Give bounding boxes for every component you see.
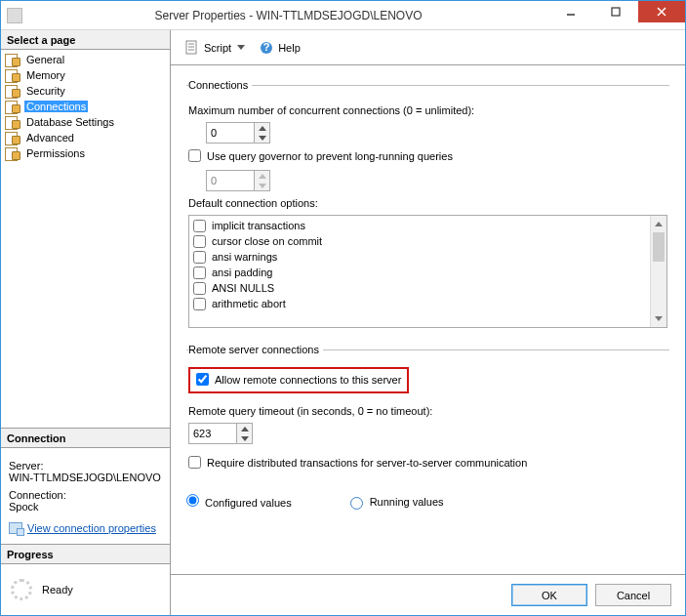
list-item[interactable]: arithmetic abort <box>193 296 646 311</box>
svg-marker-11 <box>259 136 266 141</box>
governor-cost-stepper <box>206 170 270 191</box>
spin-up-icon[interactable] <box>255 123 269 133</box>
progress-status: Ready <box>42 584 73 595</box>
connections-legend: Connections <box>188 79 252 91</box>
minimize-button[interactable] <box>548 1 593 22</box>
help-button[interactable]: ? Help <box>255 38 304 58</box>
governor-cost-input <box>207 171 254 190</box>
close-button[interactable] <box>638 1 685 22</box>
spin-up-icon[interactable] <box>237 424 252 433</box>
max-connections-stepper[interactable] <box>206 122 270 144</box>
page-item-database-settings[interactable]: Database Settings <box>1 114 170 130</box>
max-connections-input[interactable] <box>207 123 254 143</box>
list-item[interactable]: ANSI NULLS <box>193 280 646 296</box>
connection-label: Connection: <box>9 489 162 501</box>
scroll-thumb[interactable] <box>653 232 665 262</box>
remote-timeout-label: Remote query timeout (in seconds, 0 = no… <box>188 405 667 417</box>
toolbar: Script ? Help <box>171 30 685 65</box>
titlebar: Server Properties - WIN-TTLMDSEJOGD\LENO… <box>1 1 685 30</box>
page-icon <box>5 131 20 144</box>
spin-down-icon <box>255 181 269 190</box>
dialog-footer: OK Cancel <box>171 574 685 615</box>
remote-timeout-stepper[interactable] <box>188 423 253 444</box>
connection-value: Spock <box>9 501 162 513</box>
cancel-button[interactable]: Cancel <box>595 584 671 606</box>
page-icon <box>5 100 20 113</box>
view-connection-properties-link[interactable]: View connection properties <box>27 522 156 534</box>
page-item-connections[interactable]: Connections <box>1 99 170 114</box>
remote-connections-group: Remote server connections Allow remote c… <box>186 344 669 482</box>
list-item[interactable]: implicit transactions <box>193 218 646 233</box>
page-item-permissions[interactable]: Permissions <box>1 145 170 161</box>
select-page-header: Select a page <box>1 30 170 50</box>
svg-text:?: ? <box>263 41 270 53</box>
scrollbar[interactable] <box>650 216 666 327</box>
server-properties-window: Server Properties - WIN-TTLMDSEJOGD\LENO… <box>0 0 686 616</box>
chevron-down-icon <box>237 45 245 50</box>
page-item-memory[interactable]: Memory <box>1 67 170 83</box>
remote-legend: Remote server connections <box>188 344 323 355</box>
page-icon <box>5 84 20 98</box>
spin-down-icon[interactable] <box>237 433 252 443</box>
svg-marker-15 <box>655 316 663 321</box>
list-item[interactable]: ansi warnings <box>193 249 646 265</box>
allow-remote-checkbox[interactable]: Allow remote connections to this server <box>196 373 401 386</box>
svg-marker-14 <box>655 222 663 226</box>
configured-values-radio[interactable]: Configured values <box>186 494 292 509</box>
page-icon <box>5 146 20 160</box>
ok-button[interactable]: OK <box>511 584 587 606</box>
server-label: Server: <box>9 460 162 472</box>
page-item-general[interactable]: General <box>1 52 170 67</box>
spin-up-icon <box>255 171 269 181</box>
page-icon <box>5 68 20 82</box>
script-button[interactable]: Script <box>181 38 249 58</box>
page-icon <box>5 115 20 129</box>
page-item-security[interactable]: Security <box>1 83 170 99</box>
max-connections-label: Maximum number of concurrent connections… <box>188 104 667 116</box>
svg-marker-12 <box>259 174 266 179</box>
page-item-advanced[interactable]: Advanced <box>1 130 170 145</box>
default-options-label: Default connection options: <box>188 197 667 209</box>
default-options-listbox[interactable]: implicit transactions cursor close on co… <box>188 215 667 328</box>
spin-down-icon[interactable] <box>255 133 269 143</box>
highlight-box: Allow remote connections to this server <box>188 367 409 393</box>
window-title: Server Properties - WIN-TTLMDSEJOGD\LENO… <box>28 9 548 22</box>
server-value: WIN-TTLMDSEJOGD\LENOVO <box>9 472 162 483</box>
svg-marker-10 <box>259 126 266 131</box>
list-item[interactable]: cursor close on commit <box>193 233 646 249</box>
require-dtc-checkbox[interactable]: Require distributed transactions for ser… <box>188 456 527 469</box>
page-list: General Memory Security Connections Data… <box>1 50 170 428</box>
svg-rect-1 <box>612 8 620 16</box>
scroll-up-icon[interactable] <box>651 216 666 232</box>
app-icon <box>7 8 22 23</box>
page-icon <box>5 53 20 66</box>
help-icon: ? <box>259 40 274 56</box>
query-governor-checkbox[interactable]: Use query governor to prevent long-runni… <box>188 149 453 162</box>
svg-marker-13 <box>259 184 266 188</box>
progress-header: Progress <box>1 545 170 564</box>
scroll-down-icon[interactable] <box>651 310 666 327</box>
script-icon <box>184 40 200 56</box>
running-values-radio[interactable]: Running values <box>350 496 444 508</box>
list-item[interactable]: ansi padding <box>193 265 646 280</box>
svg-marker-17 <box>241 436 249 441</box>
properties-icon <box>9 522 22 534</box>
connection-header: Connection <box>1 429 170 448</box>
progress-spinner-icon <box>11 579 32 600</box>
remote-timeout-input[interactable] <box>189 424 236 443</box>
svg-marker-16 <box>241 427 249 431</box>
connections-group: Connections Maximum number of concurrent… <box>186 79 669 334</box>
maximize-button[interactable] <box>593 1 638 22</box>
